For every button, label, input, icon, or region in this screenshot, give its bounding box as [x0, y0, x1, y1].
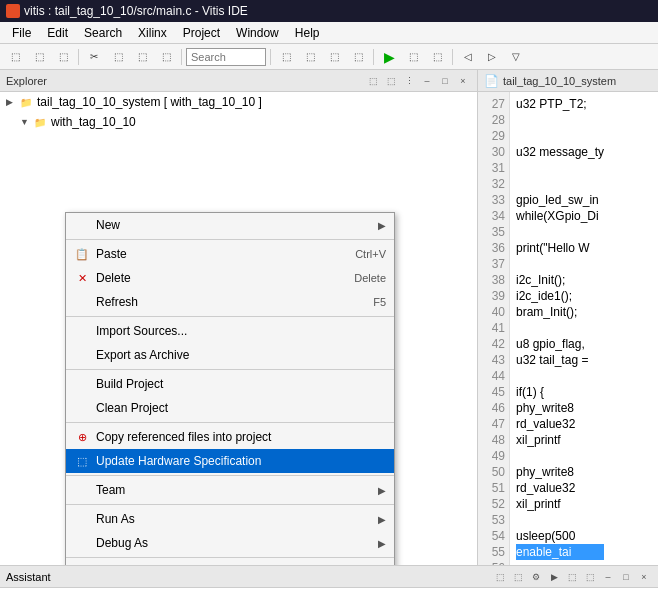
minimize-btn[interactable]: –: [419, 73, 435, 89]
folder-icon-system: 📁: [18, 95, 34, 109]
collapse-all-btn[interactable]: ⬚: [365, 73, 381, 89]
toolbar-btn-2[interactable]: ⬚: [28, 47, 50, 67]
ctx-update-hw[interactable]: ⬚ Update Hardware Specification: [66, 449, 394, 473]
menu-window[interactable]: Window: [228, 24, 287, 42]
toolbar-btn-1[interactable]: ⬚: [4, 47, 26, 67]
menu-file[interactable]: File: [4, 24, 39, 42]
menu-btn[interactable]: ⋮: [401, 73, 417, 89]
ctx-delete-label: Delete: [96, 271, 354, 285]
toolbar-btn-7[interactable]: ⬚: [155, 47, 177, 67]
tree-item-with-tag[interactable]: ▼ 📁 with_tag_10_10: [0, 112, 477, 132]
toolbar-sep-4: [373, 49, 374, 65]
line-number: 56: [482, 560, 505, 565]
ctx-paste[interactable]: 📋 Paste Ctrl+V: [66, 242, 394, 266]
toolbar-btn-14[interactable]: ⬚: [426, 47, 448, 67]
menu-help[interactable]: Help: [287, 24, 328, 42]
code-line: u32 tail_tag =: [516, 352, 604, 368]
ctx-team[interactable]: Team ▶: [66, 478, 394, 502]
tree-label-with-tag: with_tag_10_10: [51, 115, 136, 129]
code-content[interactable]: u32 PTP_T2; u32 message_ty gpio_led_sw_i…: [510, 92, 610, 565]
line-numbers: 2728293031323334353637383940414243444546…: [478, 92, 510, 565]
maximize-btn[interactable]: □: [437, 73, 453, 89]
menu-edit[interactable]: Edit: [39, 24, 76, 42]
link-editor-btn[interactable]: ⬚: [383, 73, 399, 89]
line-number: 30: [482, 144, 505, 160]
line-number: 39: [482, 288, 505, 304]
line-number: 49: [482, 448, 505, 464]
toolbar-btn-13[interactable]: ⬚: [402, 47, 424, 67]
code-line: [516, 160, 604, 176]
ctx-build[interactable]: Build Project: [66, 372, 394, 396]
line-number: 35: [482, 224, 505, 240]
toolbar-sep-3: [270, 49, 271, 65]
close-btn[interactable]: ×: [455, 73, 471, 89]
ctx-sep-5: [66, 504, 394, 505]
toolbar-sep-2: [181, 49, 182, 65]
toolbar-btn-6[interactable]: ⬚: [131, 47, 153, 67]
bottom-btn-2[interactable]: ⬚: [510, 569, 526, 585]
ctx-properties[interactable]: Properties Alt+Enter: [66, 560, 394, 565]
toolbar-btn-17[interactable]: ▽: [505, 47, 527, 67]
menu-project[interactable]: Project: [175, 24, 228, 42]
ctx-team-arrow: ▶: [378, 485, 386, 496]
ctx-import-label: Import Sources...: [96, 324, 386, 338]
code-line: [516, 368, 604, 384]
line-number: 43: [482, 352, 505, 368]
ctx-clean-label: Clean Project: [96, 401, 386, 415]
ctx-debug-as[interactable]: Debug As ▶: [66, 531, 394, 555]
menu-xilinx[interactable]: Xilinx: [130, 24, 175, 42]
code-line: [516, 512, 604, 528]
bottom-btn-5[interactable]: ⬚: [564, 569, 580, 585]
code-line: phy_write8: [516, 464, 604, 480]
bottom-btn-4[interactable]: ▶: [546, 569, 562, 585]
editor-content[interactable]: 2728293031323334353637383940414243444546…: [478, 92, 658, 565]
ctx-refresh[interactable]: Refresh F5: [66, 290, 394, 314]
bottom-minimize[interactable]: –: [600, 569, 616, 585]
editor-file-icon: 📄: [484, 74, 499, 88]
bottom-close[interactable]: ×: [636, 569, 652, 585]
search-input[interactable]: [191, 51, 251, 63]
bottom-btn-3[interactable]: ⚙: [528, 569, 544, 585]
code-line: i2c_ide1();: [516, 288, 604, 304]
line-number: 47: [482, 416, 505, 432]
bottom-btn-1[interactable]: ⬚: [492, 569, 508, 585]
ctx-export[interactable]: Export as Archive: [66, 343, 394, 367]
ctx-new[interactable]: New ▶: [66, 213, 394, 237]
menu-search[interactable]: Search: [76, 24, 130, 42]
ctx-import[interactable]: Import Sources...: [66, 319, 394, 343]
toolbar-btn-11[interactable]: ⬚: [347, 47, 369, 67]
line-number: 28: [482, 112, 505, 128]
tree-item-system[interactable]: ▶ 📁 tail_tag_10_10_system [ with_tag_10_…: [0, 92, 477, 112]
bottom-btn-6[interactable]: ⬚: [582, 569, 598, 585]
explorer-header: Explorer ⬚ ⬚ ⋮ – □ ×: [0, 70, 477, 92]
line-number: 33: [482, 192, 505, 208]
ctx-copy-ref-label: Copy referenced files into project: [96, 430, 386, 444]
toolbar-btn-10[interactable]: ⬚: [323, 47, 345, 67]
toolbar-btn-4[interactable]: ✂: [83, 47, 105, 67]
line-number: 46: [482, 400, 505, 416]
ctx-delete[interactable]: ✕ Delete Delete: [66, 266, 394, 290]
left-panel: Explorer ⬚ ⬚ ⋮ – □ × ▶ 📁 tail_tag_10_10_…: [0, 70, 478, 565]
toolbar-btn-12[interactable]: ▶: [378, 47, 400, 67]
code-line: while(XGpio_Di: [516, 208, 604, 224]
toolbar-btn-8[interactable]: ⬚: [275, 47, 297, 67]
toolbar-sep-5: [452, 49, 453, 65]
ctx-copy-ref[interactable]: ⊕ Copy referenced files into project: [66, 425, 394, 449]
tree-arrow-with-tag: ▼: [20, 117, 32, 127]
explorer-title: Explorer: [6, 75, 47, 87]
ctx-run-as[interactable]: Run As ▶: [66, 507, 394, 531]
explorer-tree: ▶ 📁 tail_tag_10_10_system [ with_tag_10_…: [0, 92, 477, 565]
code-line: phy_write8: [516, 400, 604, 416]
bottom-maximize[interactable]: □: [618, 569, 634, 585]
ctx-debug-as-label: Debug As: [96, 536, 378, 550]
code-line: [516, 112, 604, 128]
toolbar-btn-3[interactable]: ⬚: [52, 47, 74, 67]
search-box[interactable]: [186, 48, 266, 66]
toolbar-btn-5[interactable]: ⬚: [107, 47, 129, 67]
ctx-sep-6: [66, 557, 394, 558]
toolbar-btn-9[interactable]: ⬚: [299, 47, 321, 67]
toolbar-btn-15[interactable]: ◁: [457, 47, 479, 67]
toolbar-btn-16[interactable]: ▷: [481, 47, 503, 67]
ctx-clean[interactable]: Clean Project: [66, 396, 394, 420]
code-line: usleep(500: [516, 528, 604, 544]
